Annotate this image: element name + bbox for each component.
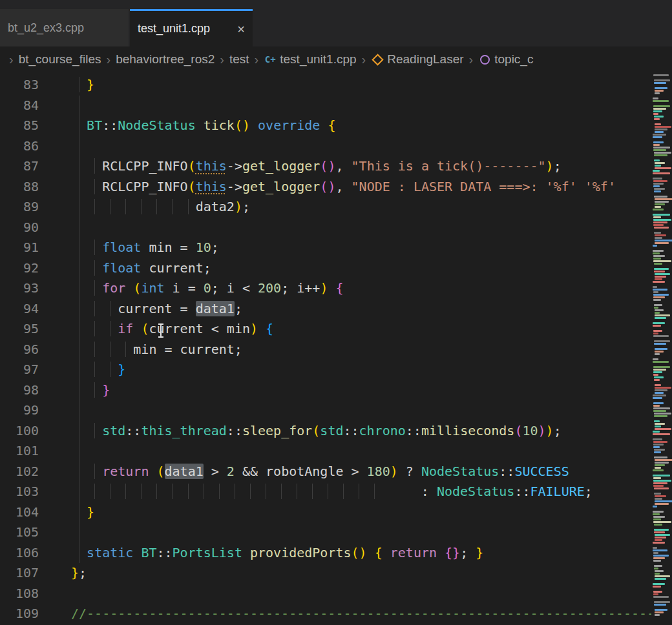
breadcrumb-item-bt_course_files[interactable]: bt_course_files (19, 52, 101, 67)
code-line[interactable]: 100 std::this_thread::sleep_for(std::chr… (0, 421, 651, 442)
code-line[interactable]: 88 RCLCPP_INFO(this->get_logger(), "NODE… (0, 177, 651, 198)
code-line[interactable]: 107}; (0, 563, 651, 584)
line-number[interactable]: 102 (0, 462, 39, 482)
minimap-line (654, 413, 671, 415)
minimap-line (653, 172, 670, 174)
line-number[interactable]: 100 (0, 421, 39, 442)
code-line[interactable]: 89 data2); (0, 197, 651, 218)
minimap-line (654, 263, 662, 265)
code-line[interactable]: 93 for (int i = 0; i < 200; i++) { (0, 278, 651, 299)
code-line[interactable]: 103 : NodeStatus::FAILURE; (0, 482, 651, 502)
code-line[interactable]: 91 float min = 10; (0, 238, 651, 258)
minimap-line (653, 74, 669, 76)
code-line[interactable]: 99 (0, 400, 651, 421)
line-number[interactable]: 103 (0, 482, 39, 502)
line-number[interactable]: 96 (0, 340, 39, 360)
code-line[interactable]: 87 RCLCPP_INFO(this->get_logger(), "This… (0, 156, 651, 177)
breadcrumb-item-behaviortree_ros2[interactable]: behaviortree_ros2 (116, 52, 215, 67)
tab-test_unit1.cpp[interactable]: test_unit1.cpp× (130, 9, 253, 46)
code-line-text: float current; (71, 260, 211, 276)
line-number[interactable]: 83 (0, 75, 39, 96)
line-number[interactable]: 108 (0, 584, 39, 604)
minimap-line (651, 508, 672, 510)
line-number[interactable]: 91 (0, 238, 39, 258)
code-line-text: } (71, 504, 94, 520)
line-number[interactable]: 109 (0, 604, 39, 624)
code-line[interactable]: 85 BT::NodeStatus tick() override { (0, 116, 651, 136)
line-number[interactable]: 87 (0, 156, 39, 177)
line-number[interactable]: 88 (0, 177, 39, 198)
minimap-line (654, 529, 669, 531)
code-line[interactable]: 101 (0, 441, 651, 462)
minimap-line (653, 596, 669, 598)
breadcrumb-label: test_unit1.cpp (280, 52, 356, 67)
line-number[interactable]: 93 (0, 278, 39, 299)
minimap-line (651, 599, 672, 600)
line-number[interactable]: 90 (0, 218, 39, 238)
line-number[interactable]: 84 (0, 96, 39, 116)
minimap-line (653, 149, 666, 151)
code-line[interactable]: 86 (0, 136, 651, 157)
line-number[interactable]: 98 (0, 380, 39, 401)
line-number[interactable]: 106 (0, 543, 39, 564)
line-number[interactable]: 85 (0, 116, 39, 136)
line-number[interactable]: 97 (0, 360, 39, 380)
code-line[interactable]: 98 } (0, 380, 651, 401)
code-line[interactable]: 102 return (data1 > 2 && robotAngle > 18… (0, 462, 651, 482)
line-number[interactable]: 95 (0, 319, 39, 340)
code-line[interactable]: 97 } (0, 360, 651, 380)
line-number[interactable]: 104 (0, 502, 39, 523)
tab-bt_u2_ex3.cpp[interactable]: bt_u2_ex3.cpp (0, 9, 129, 46)
line-number[interactable]: 92 (0, 258, 39, 279)
code-line[interactable]: 95 if (current < min) { (0, 319, 651, 340)
line-number[interactable]: 89 (0, 197, 39, 218)
line-number[interactable]: 94 (0, 299, 39, 320)
minimap-line (654, 376, 664, 378)
minimap-line (655, 459, 672, 461)
minimap-line (654, 524, 662, 526)
minimap-line (654, 304, 662, 306)
minimap-line (653, 358, 658, 360)
code-token: ( (312, 423, 320, 438)
code-line[interactable]: 94 current = data1; (0, 299, 651, 320)
line-number[interactable]: 105 (0, 522, 39, 543)
line-number[interactable]: 99 (0, 400, 39, 421)
breadcrumb-item-test_unit1.cpp[interactable]: C+test_unit1.cpp (264, 52, 356, 67)
code-token: () (320, 179, 335, 194)
code-token: return (102, 464, 149, 479)
minimap-line (654, 271, 665, 272)
code-token: get_logger (242, 179, 320, 194)
breadcrumb-item-test[interactable]: test (229, 52, 249, 67)
code-line[interactable]: 108 (0, 584, 651, 604)
code-line[interactable]: 104 } (0, 502, 651, 523)
minimap[interactable] (651, 72, 672, 625)
breadcrumb-item-topic_c[interactable]: topic_c (478, 52, 533, 67)
code-token (250, 118, 258, 133)
minimap-line (651, 229, 672, 231)
code-token: { (335, 280, 343, 296)
line-number[interactable]: 107 (0, 563, 39, 584)
minimap-line (655, 351, 664, 353)
minimap-line (651, 345, 672, 347)
line-number[interactable]: 101 (0, 441, 39, 462)
code-line[interactable]: 96 min = current; (0, 340, 651, 360)
code-line[interactable]: 84 (0, 96, 651, 116)
code-token: RCLCPP_INFO (102, 179, 187, 194)
minimap-line (655, 90, 664, 92)
minimap-line (654, 456, 667, 458)
code-token: static (87, 545, 133, 560)
code-line[interactable]: 109//-----------------------------------… (0, 604, 651, 624)
breadcrumb-item-ReadingLaser[interactable]: ReadingLaser (371, 52, 463, 67)
code-line[interactable]: 83 } (0, 75, 651, 96)
code-line[interactable]: 90 (0, 218, 651, 238)
code-token (71, 321, 118, 336)
code-editor[interactable]: 83 }8485 BT::NodeStatus tick() override … (0, 72, 651, 625)
tab-close-icon[interactable]: × (237, 23, 245, 36)
minimap-line (651, 247, 672, 249)
code-line[interactable]: 105 (0, 522, 651, 543)
code-line[interactable]: 92 float current; (0, 258, 651, 279)
code-token: {} (445, 545, 460, 560)
code-line[interactable]: 106 static BT::PortsList providedPorts()… (0, 543, 651, 564)
line-number[interactable]: 86 (0, 136, 39, 157)
minimap-line (653, 185, 660, 187)
